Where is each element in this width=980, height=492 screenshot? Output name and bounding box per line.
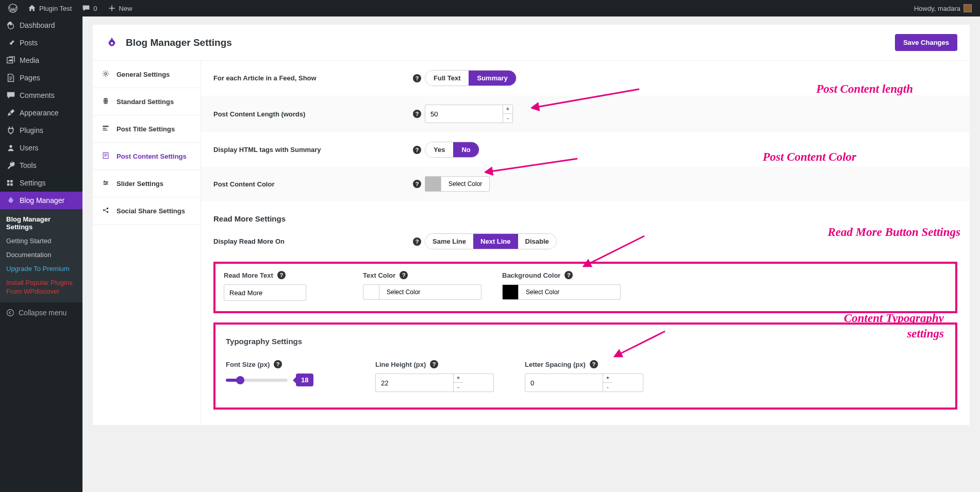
tab-social-share-settings[interactable]: Social Share Settings [93, 197, 201, 225]
spin-up[interactable]: + [603, 374, 612, 383]
help-icon[interactable]: ? [413, 110, 421, 118]
collapse-menu[interactable]: Collapse menu [0, 304, 82, 321]
help-icon[interactable]: ? [400, 271, 408, 279]
spin-down[interactable]: - [454, 383, 463, 392]
swatch-grey [425, 177, 441, 191]
opt-same-line[interactable]: Same Line [425, 234, 473, 249]
blog-manager-logo-icon [105, 36, 119, 49]
help-icon[interactable]: ? [564, 271, 573, 279]
menu-item-dashboard[interactable]: Dashboard [0, 16, 82, 34]
opt-yes[interactable]: Yes [425, 142, 453, 157]
opt-disable[interactable]: Disable [518, 234, 556, 249]
menu-label: Dashboard [20, 21, 55, 29]
submenu-item[interactable]: Documentation [0, 248, 82, 262]
share-icon [102, 207, 110, 215]
submenu-item[interactable]: Upgrade To Premium [0, 262, 82, 276]
menu-item-plugins[interactable]: Plugins [0, 122, 82, 139]
menu-item-pages[interactable]: Pages [0, 69, 82, 87]
spin-up[interactable]: + [503, 105, 512, 114]
collapse-label: Collapse menu [19, 309, 67, 317]
tab-label: Slider Settings [117, 180, 163, 188]
svg-point-15 [104, 181, 106, 182]
tab-slider-settings[interactable]: Slider Settings [93, 170, 201, 197]
opt-next-line[interactable]: Next Line [473, 234, 518, 249]
heading-read-more: Read More Settings [201, 201, 970, 229]
toggle-display-read-more: Same Line Next Line Disable [425, 233, 557, 249]
opt-summary[interactable]: Summary [469, 71, 516, 86]
menu-item-media[interactable]: Media [0, 52, 82, 69]
menu-item-users[interactable]: Users [0, 139, 82, 157]
admin-sidebar: DashboardPostsMediaPagesCommentsAppearan… [0, 16, 82, 435]
label-text-color: Text Color [363, 272, 395, 279]
opt-full-text[interactable]: Full Text [425, 71, 469, 86]
svg-rect-4 [7, 180, 9, 183]
menu-item-blog-manager[interactable]: Blog Manager [0, 192, 82, 209]
content-length-input[interactable] [425, 105, 503, 123]
svg-rect-13 [103, 130, 107, 130]
site-name-link[interactable]: Plugin Test [24, 0, 76, 16]
submenu-item[interactable]: Getting Started [0, 234, 82, 248]
help-icon[interactable]: ? [413, 146, 421, 154]
comments-link[interactable]: 0 [78, 0, 101, 16]
svg-rect-6 [7, 183, 9, 186]
tab-standard-settings[interactable]: Standard Settings [93, 88, 201, 115]
svg-point-17 [105, 183, 106, 185]
help-icon[interactable]: ? [277, 271, 286, 279]
tab-post-title-settings[interactable]: Post Title Settings [93, 115, 201, 143]
read-more-box: Read More Text? Text Color? Select Color… [213, 262, 957, 313]
post-content-settings-panel: For each Article in a Feed, Show ? Full … [201, 61, 970, 425]
menu-item-settings[interactable]: Settings [0, 174, 82, 192]
svg-point-10 [105, 73, 107, 75]
menu-item-tools[interactable]: Tools [0, 157, 82, 174]
read-more-text-input[interactable] [224, 284, 306, 301]
menu-label: Settings [20, 179, 46, 187]
user-menu[interactable]: Howdy, madara [910, 0, 976, 16]
help-icon[interactable]: ? [413, 74, 421, 82]
menu-label: Plugins [20, 126, 43, 134]
help-icon[interactable]: ? [274, 360, 282, 368]
row-html-tags: Display HTML tags with Summary ? Yes No [201, 132, 970, 167]
tab-label: Social Share Settings [117, 207, 185, 215]
svg-point-3 [9, 145, 12, 148]
letter-spacing-input[interactable] [525, 374, 603, 392]
tab-general-settings[interactable]: General Settings [93, 61, 201, 88]
tab-label: General Settings [117, 71, 170, 78]
svg-rect-11 [103, 126, 108, 127]
submenu-item[interactable]: Install Popular Plugins From WPdiscover [0, 276, 82, 299]
save-changes-button[interactable]: Save Changes [895, 34, 957, 51]
opt-no[interactable]: No [453, 142, 478, 157]
label-content-color: Post Content Color [213, 180, 409, 188]
page-title: Blog Manager Settings [126, 37, 232, 48]
menu-item-appearance[interactable]: Appearance [0, 104, 82, 122]
font-size-slider[interactable] [226, 379, 288, 382]
select-color-button[interactable]: Select Color [518, 285, 567, 299]
menu-item-comments[interactable]: Comments [0, 87, 82, 104]
settings-tabs: General SettingsStandard SettingsPost Ti… [93, 61, 201, 425]
select-color-button[interactable]: Select Color [441, 177, 489, 191]
tab-post-content-settings[interactable]: Post Content Settings [93, 143, 201, 170]
spin-down[interactable]: - [603, 383, 612, 392]
line-height-input[interactable] [376, 374, 453, 392]
svg-point-19 [107, 208, 108, 209]
color-picker-bg: Select Color [502, 284, 621, 300]
svg-point-9 [111, 42, 113, 44]
svg-rect-5 [10, 180, 13, 183]
help-icon[interactable]: ? [590, 360, 598, 368]
spin-down[interactable]: - [503, 114, 512, 123]
tab-label: Post Title Settings [117, 125, 175, 133]
help-icon[interactable]: ? [413, 180, 421, 188]
select-color-button[interactable]: Select Color [379, 285, 427, 299]
blog-manager-submenu: Blog Manager SettingsGetting StartedDocu… [0, 209, 82, 302]
svg-rect-14 [103, 152, 108, 158]
submenu-item[interactable]: Blog Manager Settings [0, 212, 82, 234]
help-icon[interactable]: ? [430, 360, 438, 368]
menu-item-posts[interactable]: Posts [0, 34, 82, 52]
spin-up[interactable]: + [454, 374, 463, 383]
input-letter-spacing: +- [525, 374, 643, 392]
admin-bar: Plugin Test 0 New Howdy, madara [0, 0, 980, 16]
svg-point-18 [103, 210, 105, 211]
wp-logo[interactable] [4, 0, 22, 16]
menu-label: Posts [20, 39, 38, 47]
help-icon[interactable]: ? [413, 237, 421, 246]
new-link[interactable]: New [104, 0, 137, 16]
